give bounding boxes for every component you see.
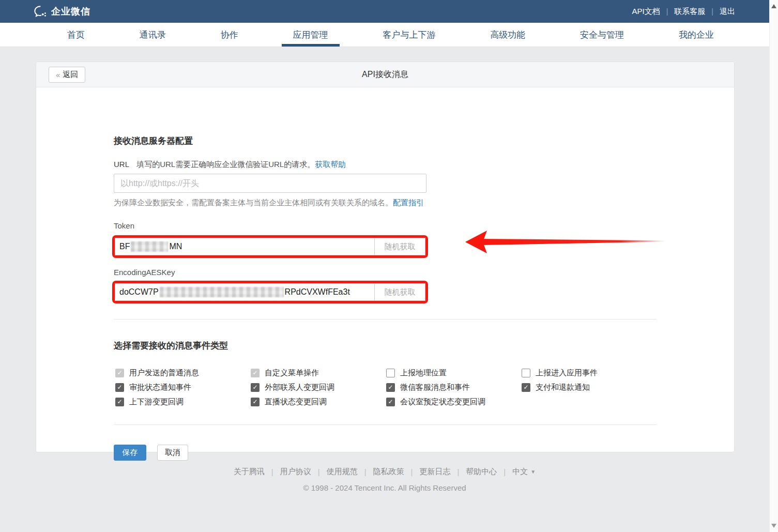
event-checkbox[interactable]: ✓ <box>522 383 530 392</box>
scrollbar[interactable] <box>769 0 778 532</box>
topbar-link-3[interactable]: 退出 <box>720 7 735 17</box>
topbar-links: API文档|联系客服|退出 <box>632 7 735 17</box>
event-checkbox[interactable]: ✓ <box>386 383 395 392</box>
event-label: 直播状态变更回调 <box>265 397 327 407</box>
footer-link-2[interactable]: 用户协议 <box>280 467 311 477</box>
url-label: URL <box>114 160 129 169</box>
copyright: © 1998 - 2024 Tencent Inc. All Rights Re… <box>0 483 769 492</box>
server-config-section-title: 接收消息服务器配置 <box>114 135 193 147</box>
separator: | <box>271 467 273 476</box>
event-checkbox[interactable] <box>522 369 530 377</box>
aeskey-random-button[interactable]: 随机获取 <box>374 283 425 301</box>
nav-tab-客户与上下游[interactable]: 客户与上下游 <box>371 23 447 47</box>
footer-link-6[interactable]: 帮助中心 <box>466 467 497 477</box>
footer-link-1[interactable]: 关于腾讯 <box>234 467 265 477</box>
event-label: 上报进入应用事件 <box>536 368 598 378</box>
event-item: 上报地理位置 <box>386 366 522 380</box>
aeskey-masked-segment <box>160 287 284 297</box>
event-checkbox: ✓ <box>251 369 260 377</box>
nav-tab-协作[interactable]: 协作 <box>209 23 250 47</box>
save-button[interactable]: 保存 <box>114 445 146 461</box>
event-checkbox[interactable]: ✓ <box>115 398 124 406</box>
token-random-button[interactable]: 随机获取 <box>374 238 425 255</box>
separator: | <box>711 7 713 16</box>
footer-link-3[interactable]: 使用规范 <box>327 467 358 477</box>
back-button[interactable]: « 返回 <box>49 67 85 83</box>
form-actions: 保存 取消 <box>114 445 188 461</box>
event-item: ✓微信客服消息和事件 <box>386 380 522 394</box>
event-item: ✓会议室预定状态变更回调 <box>386 394 522 409</box>
footer-link-5[interactable]: 更新日志 <box>419 467 450 477</box>
event-item: ✓自定义菜单操作 <box>251 366 386 380</box>
event-checkbox: ✓ <box>115 369 124 377</box>
divider <box>114 319 657 320</box>
event-label: 微信客服消息和事件 <box>400 383 470 392</box>
nav-tab-首页[interactable]: 首页 <box>56 23 96 47</box>
aeskey-label: EncodingAESKey <box>114 268 175 277</box>
events-section-title: 选择需要接收的消息事件类型 <box>114 340 228 352</box>
event-label: 支付和退款通知 <box>536 383 590 392</box>
event-item: ✓上下游变更回调 <box>115 394 251 409</box>
separator: | <box>666 7 668 16</box>
separator: | <box>411 467 413 476</box>
event-label: 外部联系人变更回调 <box>265 383 334 392</box>
events-grid: ✓用户发送的普通消息✓自定义菜单操作上报地理位置上报进入应用事件✓审批状态通知事… <box>115 366 657 409</box>
token-label: Token <box>114 221 134 230</box>
event-item: 上报进入应用事件 <box>522 366 657 380</box>
back-chevrons-icon: « <box>56 70 60 79</box>
footer-link-4[interactable]: 隐私政策 <box>373 467 404 477</box>
separator: | <box>364 467 367 476</box>
nav-tab-安全与管理[interactable]: 安全与管理 <box>569 23 635 47</box>
token-masked-segment <box>131 241 168 252</box>
url-field-label-row: URL 填写的URL需要正确响应企业微信验证URL的请求。获取帮助 <box>114 160 346 170</box>
separator: | <box>504 467 506 476</box>
event-item: ✓审批状态通知事件 <box>115 380 251 394</box>
url-desc: 填写的URL需要正确响应企业微信验证URL的请求。 <box>136 160 315 169</box>
card-header: « 返回 API接收消息 <box>36 62 734 87</box>
language-selector[interactable]: 中文▼ <box>512 467 536 477</box>
topbar: 企业微信 API文档|联系客服|退出 <box>0 0 769 23</box>
separator: | <box>457 467 459 476</box>
event-checkbox[interactable]: ✓ <box>386 398 395 406</box>
scroll-up-icon[interactable] <box>771 4 776 8</box>
event-item: ✓外部联系人变更回调 <box>251 380 386 394</box>
event-label: 用户发送的普通消息 <box>129 368 199 378</box>
brand-name: 企业微信 <box>51 5 90 18</box>
cancel-button[interactable]: 取消 <box>157 445 188 461</box>
content-card: « 返回 API接收消息 接收消息服务器配置 URL 填写的URL需要正确响应企… <box>36 62 735 452</box>
scroll-down-icon[interactable] <box>771 524 776 528</box>
brand[interactable]: 企业微信 <box>33 5 90 19</box>
event-item: ✓直播状态变更回调 <box>251 394 386 409</box>
event-label: 上报地理位置 <box>400 368 447 378</box>
event-label: 审批状态通知事件 <box>129 383 191 392</box>
event-checkbox[interactable]: ✓ <box>251 398 260 406</box>
card-body: 接收消息服务器配置 URL 填写的URL需要正确响应企业微信验证URL的请求。获… <box>36 87 734 452</box>
event-label: 上下游变更回调 <box>129 397 184 407</box>
topbar-link-1[interactable]: API文档 <box>632 7 660 17</box>
config-guide-link[interactable]: 配置指引 <box>393 198 424 207</box>
nav-tab-高级功能[interactable]: 高级功能 <box>479 23 537 47</box>
token-input[interactable]: BF MN <box>115 238 375 255</box>
event-label: 会议室预定状态变更回调 <box>400 397 485 407</box>
wework-logo-icon <box>33 5 47 19</box>
main-nav: 首页通讯录协作应用管理客户与上下游高级功能安全与管理我的企业 <box>0 23 769 47</box>
nav-tab-通讯录[interactable]: 通讯录 <box>128 23 177 47</box>
event-checkbox[interactable]: ✓ <box>251 383 260 392</box>
separator: | <box>318 467 320 476</box>
divider <box>114 424 657 425</box>
nav-tab-我的企业[interactable]: 我的企业 <box>667 23 725 47</box>
event-checkbox[interactable] <box>386 369 395 377</box>
aeskey-input[interactable]: doCCW7P RPdCVXWfFEa3t <box>115 283 375 301</box>
page-title: API接收消息 <box>362 69 408 80</box>
get-help-link[interactable]: 获取帮助 <box>315 160 346 169</box>
event-item: ✓支付和退款通知 <box>522 380 657 394</box>
aeskey-highlight-box: doCCW7P RPdCVXWfFEa3t 随机获取 <box>112 281 428 303</box>
url-input[interactable] <box>114 174 426 193</box>
caret-down-icon: ▼ <box>530 469 536 475</box>
url-security-note: 为保障企业数据安全，需配置备案主体与当前企业主体相同或有关联关系的域名。配置指引 <box>114 198 424 208</box>
event-item: ✓用户发送的普通消息 <box>115 366 251 380</box>
event-label: 自定义菜单操作 <box>265 368 319 378</box>
event-checkbox[interactable]: ✓ <box>115 383 124 392</box>
nav-tab-应用管理[interactable]: 应用管理 <box>282 23 340 47</box>
topbar-link-2[interactable]: 联系客服 <box>674 7 705 17</box>
